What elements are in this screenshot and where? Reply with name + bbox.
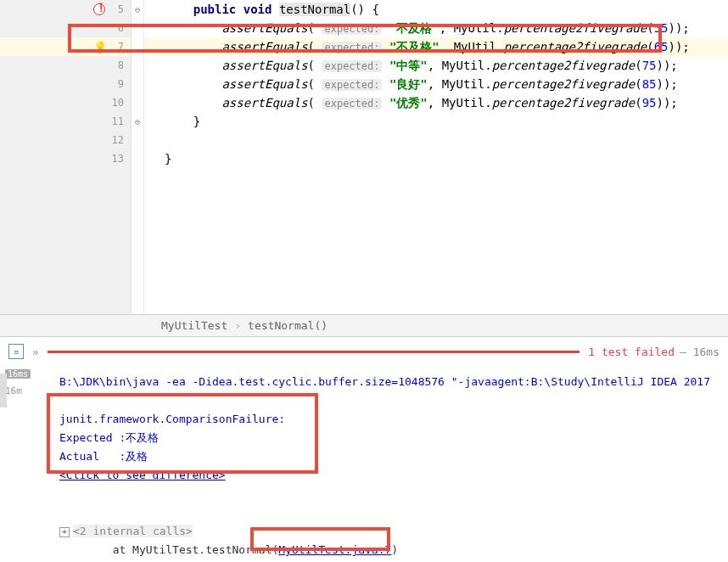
code-editor[interactable]: 567💡8910111213 ⊖⊖ public void testNormal… <box>0 0 728 314</box>
gutter-line[interactable]: 8 <box>0 56 131 75</box>
code-line[interactable]: assertEquals( expected: "不及格", MyUtil.pe… <box>144 37 728 56</box>
code-line[interactable]: } <box>144 112 728 131</box>
gutter-line[interactable]: 7💡 <box>0 37 131 56</box>
test-result-header: ≡ » 1 test failed – 16ms <box>0 337 728 366</box>
stack-link[interactable]: MyUtilTest.java:7 <box>278 543 391 556</box>
gutter-line[interactable]: 12 <box>0 131 131 149</box>
gutter-line[interactable]: 13 <box>0 149 131 168</box>
fail-time: – 16ms <box>680 346 720 358</box>
code-line[interactable]: assertEquals( expected: "中等", MyUtil.per… <box>144 56 728 75</box>
code-line[interactable] <box>144 131 728 149</box>
click-diff-link[interactable]: <Click to see difference> <box>59 469 226 481</box>
gutter-line[interactable]: 5 <box>0 0 131 19</box>
line-gutter: 567💡8910111213 <box>0 0 132 314</box>
code-area[interactable]: public void testNormal() { assertEquals(… <box>144 0 728 314</box>
fold-mark[interactable] <box>132 19 143 37</box>
layout-icon[interactable]: ≡ <box>8 344 24 359</box>
run-panel: ≡ » 1 test failed – 16ms 16ms 16m B:\JDK… <box>0 336 728 562</box>
code-line[interactable]: assertEquals( expected: "优秀", MyUtil.per… <box>144 93 728 112</box>
fold-mark[interactable] <box>132 93 143 112</box>
breadcrumb[interactable]: MyUtilTest › testNormal() <box>0 314 728 336</box>
fold-mark[interactable] <box>132 131 143 149</box>
stack-line-1: at MyUtilTest.testNormal(MyUtilTest.java… <box>59 541 728 559</box>
fold-mark[interactable] <box>132 37 143 56</box>
fold-mark[interactable] <box>132 56 143 75</box>
gutter-line[interactable]: 6 <box>0 19 131 37</box>
code-line[interactable]: } <box>144 149 728 168</box>
bulb-icon[interactable]: 💡 <box>93 41 105 53</box>
internal-calls[interactable]: <2 internal calls> <box>73 525 193 537</box>
error-icon[interactable] <box>93 3 105 15</box>
gutter-line[interactable]: 9 <box>0 75 131 93</box>
expected-line: Expected :不及格 <box>59 429 728 447</box>
fold-mark[interactable] <box>132 75 143 93</box>
fold-mark[interactable]: ⊖ <box>132 0 143 19</box>
breadcrumb-class[interactable]: MyUtilTest <box>161 319 227 332</box>
gutter-line[interactable]: 11 <box>0 112 131 131</box>
console-output[interactable]: B:\JDK\bin\java -ea -Didea.test.cyclic.b… <box>0 366 728 562</box>
breadcrumb-sep: › <box>234 319 241 332</box>
actual-line: Actual :及格 <box>59 447 728 466</box>
fail-label: 1 test failed <box>588 346 675 358</box>
breadcrumb-method[interactable]: testNormal() <box>248 319 328 332</box>
code-line[interactable]: assertEquals( expected: "不及格", MyUtil.pe… <box>144 19 728 37</box>
fold-column: ⊖⊖ <box>132 0 144 314</box>
gutter-line[interactable]: 10 <box>0 93 131 112</box>
console-cmd: B:\JDK\bin\java -ea -Didea.test.cyclic.b… <box>59 373 728 391</box>
fail-bar <box>48 351 580 353</box>
failure-title: junit.framework.ComparisonFailure: <box>59 410 728 429</box>
expand-icon[interactable]: + <box>59 527 70 537</box>
fold-mark[interactable] <box>132 149 143 168</box>
fold-mark[interactable]: ⊖ <box>132 112 143 131</box>
code-line[interactable]: public void testNormal() { <box>144 0 728 19</box>
code-line[interactable]: assertEquals( expected: "良好", MyUtil.per… <box>144 75 728 93</box>
chevron-icon[interactable]: » <box>32 346 39 358</box>
